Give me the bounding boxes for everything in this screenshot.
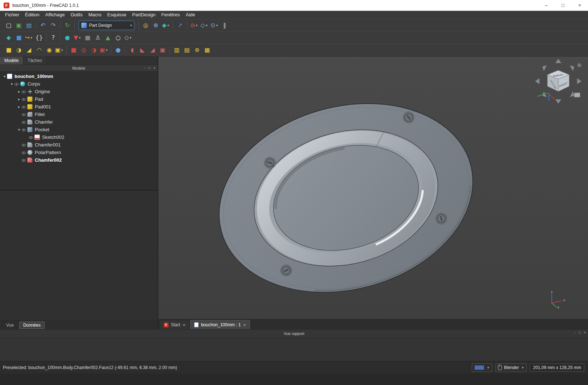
redo-button[interactable]: ↷ bbox=[49, 21, 58, 30]
expression-button[interactable]: {} bbox=[34, 33, 44, 42]
close-panel-button[interactable]: × bbox=[584, 331, 586, 335]
close-tab-button[interactable] bbox=[243, 323, 246, 327]
navcube-mini-cube[interactable] bbox=[574, 93, 580, 97]
linear-pattern-button[interactable]: ▤ bbox=[182, 45, 192, 55]
tree-row[interactable]: Chamfer bbox=[0, 118, 158, 126]
3d-canvas[interactable] bbox=[158, 57, 588, 319]
groove-button[interactable]: ◑ bbox=[89, 45, 99, 55]
menu-edition[interactable]: Édition bbox=[22, 11, 42, 19]
tree-row[interactable]: PolarPattern bbox=[0, 149, 158, 156]
additive-pipe-button[interactable]: ◠ bbox=[34, 45, 44, 55]
tree-row[interactable]: ▸ Pad bbox=[0, 95, 158, 103]
float-panel-button[interactable]: □ bbox=[579, 331, 581, 335]
tree-row[interactable]: ▾ Corps bbox=[0, 80, 158, 88]
expand-arrow-icon[interactable]: ▾ bbox=[17, 128, 21, 132]
bouchon-model[interactable] bbox=[198, 76, 494, 319]
sync-view-button[interactable]: ↗ bbox=[175, 21, 185, 30]
menu-macro[interactable]: Macro bbox=[86, 11, 104, 19]
tree-row[interactable]: ▸ Origine bbox=[0, 88, 158, 95]
random-color-button[interactable]: ▼ bbox=[73, 33, 82, 42]
menu-affichage[interactable]: Affichage bbox=[42, 11, 68, 19]
toolbar-icon: ▤ bbox=[184, 47, 189, 53]
measure-part-button[interactable]: ◇ bbox=[124, 33, 133, 42]
tab-donnees[interactable]: Données bbox=[19, 322, 45, 329]
menu-fenetres[interactable]: Fenêtres bbox=[158, 11, 183, 19]
tree-row[interactable]: Fillet bbox=[0, 111, 158, 118]
appearance-button[interactable]: ● bbox=[63, 33, 72, 42]
3d-viewport[interactable]: HAUT GAUCHE AVANT z x y bbox=[158, 57, 588, 319]
isometric-view-button[interactable]: ◆ bbox=[161, 21, 171, 30]
minimize-panel-button[interactable]: ▫ bbox=[144, 66, 146, 70]
draw-style-button[interactable]: ◇ bbox=[200, 21, 209, 30]
maximize-button[interactable]: □ bbox=[555, 0, 571, 11]
clipping-plane-button[interactable]: ⊘ bbox=[189, 21, 199, 30]
tab-modele[interactable]: Modèle bbox=[0, 57, 23, 65]
chamfer-button[interactable]: ◣ bbox=[138, 45, 147, 55]
mdi-tab-bouchon[interactable]: bouchon_100mm : 1 bbox=[190, 320, 250, 329]
float-panel-button[interactable]: □ bbox=[148, 66, 150, 70]
whats-this-button[interactable]: ? bbox=[49, 33, 58, 42]
manipulator-button[interactable]: ♙ bbox=[93, 33, 103, 42]
unit-combo[interactable] bbox=[472, 363, 492, 372]
navigation-cube[interactable]: HAUT GAUCHE AVANT bbox=[533, 58, 584, 106]
bounding-box-button[interactable]: ▦ bbox=[83, 33, 92, 42]
polar-pattern-button[interactable]: ⊛ bbox=[192, 45, 202, 55]
multitransform-button[interactable]: ▦ bbox=[203, 45, 212, 55]
expand-arrow-icon[interactable]: ▸ bbox=[17, 90, 21, 94]
additive-primitive-button[interactable]: ▣ bbox=[55, 45, 64, 55]
workbench-selector[interactable]: Part Design bbox=[79, 21, 134, 30]
measure-button[interactable]: ∥ bbox=[220, 21, 229, 30]
pad-button[interactable]: ■ bbox=[4, 45, 13, 55]
tab-taches[interactable]: Tâches bbox=[23, 57, 46, 65]
texture-button[interactable]: ▲ bbox=[103, 33, 113, 42]
expand-arrow-icon[interactable]: ▸ bbox=[17, 105, 21, 109]
revolution-button[interactable]: ◑ bbox=[14, 45, 24, 55]
undo-button[interactable]: ↶ bbox=[38, 21, 48, 30]
menu-aide[interactable]: Aide bbox=[183, 11, 198, 19]
boolean-button[interactable]: ● bbox=[113, 45, 123, 55]
make-link-button[interactable]: ↪ bbox=[24, 33, 34, 42]
expand-arrow-icon[interactable]: ▸ bbox=[17, 97, 21, 101]
fillet-button[interactable]: ◖ bbox=[128, 45, 137, 55]
additive-helix-button[interactable]: ◉ bbox=[45, 45, 54, 55]
save-button[interactable]: ▤ bbox=[24, 21, 34, 30]
tab-vue[interactable]: Vue bbox=[2, 322, 18, 329]
minimize-panel-button[interactable]: ▫ bbox=[575, 331, 576, 335]
draft-button[interactable]: ◢ bbox=[148, 45, 157, 55]
mdi-tab-start[interactable]: Start bbox=[160, 320, 189, 329]
tree-row[interactable]: Sketch002 bbox=[0, 133, 158, 141]
tree-row[interactable]: ▾ bouchon_100mm bbox=[0, 73, 158, 80]
refresh-button[interactable]: ↻ bbox=[63, 21, 72, 30]
create-group-button[interactable]: ■ bbox=[14, 33, 24, 42]
thickness-button[interactable]: ▣ bbox=[158, 45, 167, 55]
mirrored-button[interactable]: ▥ bbox=[172, 45, 182, 55]
expand-arrow-icon[interactable]: ▾ bbox=[9, 82, 14, 86]
navcube-dot[interactable] bbox=[577, 63, 581, 67]
menu-fichier[interactable]: Fichier bbox=[2, 11, 22, 19]
zoom-selection-button[interactable]: ⊕ bbox=[151, 21, 160, 30]
pocket-button[interactable]: ■ bbox=[69, 45, 78, 55]
subtractive-primitive-button[interactable]: ▣ bbox=[99, 45, 109, 55]
tree-row[interactable]: ▸ Pad001 bbox=[0, 103, 158, 111]
hole-button[interactable]: ◎ bbox=[79, 45, 88, 55]
open-document-button[interactable]: ▣ bbox=[14, 21, 24, 30]
tree-item-icon bbox=[27, 157, 33, 163]
tree-row[interactable]: Chamfer002 bbox=[0, 156, 158, 164]
tree-row[interactable]: Chamfer001 bbox=[0, 141, 158, 149]
material-button[interactable]: ○ bbox=[113, 33, 123, 42]
fit-all-button[interactable]: ◎ bbox=[141, 21, 150, 30]
tree-row[interactable]: ▾ Pocket bbox=[0, 126, 158, 133]
create-part-button[interactable]: ◆ bbox=[4, 33, 13, 42]
additive-loft-button[interactable]: ◢ bbox=[24, 45, 34, 55]
zoom-tools-button[interactable]: ⊙ bbox=[210, 21, 219, 30]
menu-outils[interactable]: Outils bbox=[68, 11, 86, 19]
close-tab-button[interactable] bbox=[183, 323, 185, 327]
menu-esquisse[interactable]: Esquisse bbox=[104, 11, 129, 19]
nav-style-combo[interactable]: Blender bbox=[495, 363, 527, 372]
new-document-button[interactable]: ▢ bbox=[4, 21, 13, 30]
expand-arrow-icon[interactable]: ▾ bbox=[2, 74, 7, 78]
minimize-button[interactable]: – bbox=[538, 0, 555, 11]
menu-partdesign[interactable]: PartDesign bbox=[129, 11, 158, 19]
close-button[interactable]: × bbox=[571, 0, 588, 11]
close-panel-button[interactable]: × bbox=[153, 66, 155, 70]
